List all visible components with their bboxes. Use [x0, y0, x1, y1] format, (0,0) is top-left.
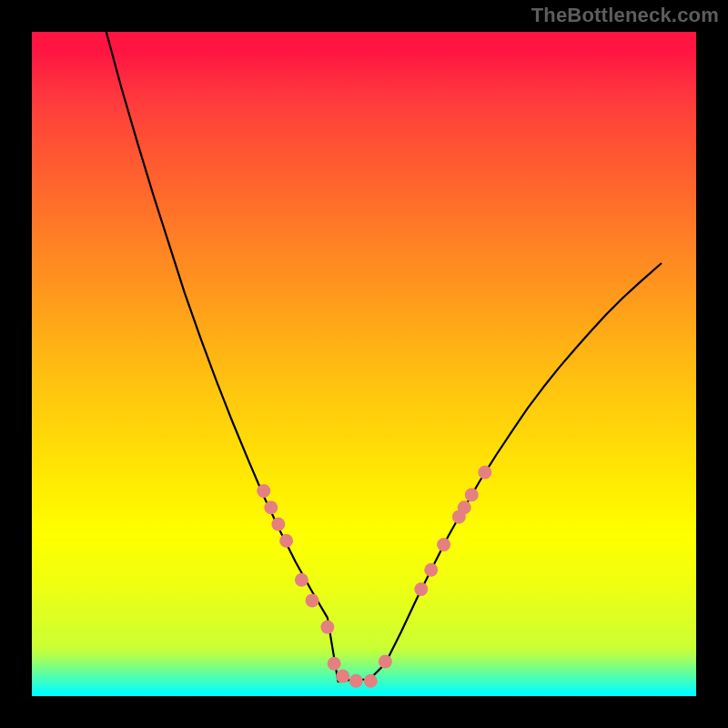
curve-marker: [424, 563, 438, 577]
curve-marker: [379, 655, 392, 669]
curve-marker: [271, 517, 285, 531]
plot-area: [32, 32, 696, 696]
curve-marker: [295, 573, 308, 587]
curve-markers: [257, 465, 491, 687]
curve-marker: [320, 621, 334, 634]
curve-marker: [336, 670, 349, 683]
chart-frame: TheBottleneck.com: [0, 0, 728, 728]
curve-marker: [279, 534, 293, 548]
main-curve: [106, 32, 662, 682]
curve-marker: [257, 484, 270, 498]
curve-marker: [414, 582, 428, 596]
curve-marker: [328, 657, 341, 671]
curve-marker: [349, 674, 363, 688]
curve-marker: [437, 538, 450, 551]
curve-marker: [458, 500, 471, 514]
curve-marker: [465, 488, 479, 501]
watermark-text: TheBottleneck.com: [531, 4, 719, 27]
curve-marker: [478, 465, 491, 479]
curve-marker: [306, 593, 319, 607]
curve-svg: [32, 32, 696, 696]
curve-marker: [264, 500, 278, 514]
curve-marker: [364, 674, 378, 688]
